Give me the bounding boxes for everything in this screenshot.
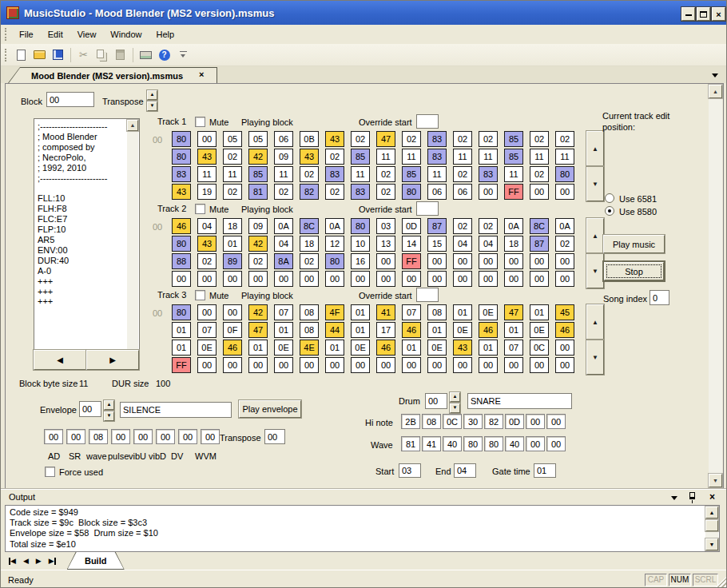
scrollbar-thumb[interactable] <box>705 520 718 531</box>
force-used-label[interactable]: Force used <box>59 467 103 477</box>
hex-cell[interactable]: 80 <box>402 184 421 200</box>
hex-cell[interactable]: 01 <box>351 322 370 338</box>
hex-cell[interactable]: 02 <box>376 184 395 200</box>
hex-cell[interactable]: 85 <box>248 166 268 182</box>
tab-list-dropdown-icon[interactable] <box>712 74 718 81</box>
open-button[interactable] <box>30 46 49 64</box>
hex-cell[interactable]: 8C <box>300 218 319 234</box>
hex-cell[interactable]: 00 <box>479 184 498 200</box>
hex-cell[interactable]: 43 <box>325 131 344 147</box>
hex-cell[interactable]: 87 <box>530 236 549 252</box>
value-field[interactable]: 00 <box>201 429 220 444</box>
minimize-button[interactable] <box>681 7 695 21</box>
hex-cell[interactable]: 00 <box>223 304 242 320</box>
hex-cell[interactable]: 08 <box>300 322 319 338</box>
hex-cell[interactable]: 87 <box>427 218 447 234</box>
hex-cell[interactable]: 46 <box>402 322 421 338</box>
value-field[interactable]: 00 <box>526 436 545 451</box>
hex-cell[interactable]: 00 <box>274 357 293 373</box>
hex-cell[interactable]: 89 <box>223 253 242 269</box>
hex-cell[interactable]: 08 <box>300 304 319 320</box>
hex-cell[interactable]: 00 <box>197 357 217 373</box>
hex-cell[interactable]: 00 <box>197 271 217 287</box>
hex-cell[interactable]: 0E <box>351 340 370 356</box>
hex-cell[interactable]: 80 <box>325 253 344 269</box>
hex-cell[interactable]: 0A <box>274 218 293 234</box>
hex-cell[interactable]: 05 <box>223 131 242 147</box>
next-tab-button[interactable]: ▶ <box>36 557 42 565</box>
new-document-button[interactable] <box>12 46 30 64</box>
hex-cell[interactable]: 17 <box>376 322 395 338</box>
scroll-up-icon[interactable]: ▲ <box>127 120 138 131</box>
value-field[interactable]: 41 <box>422 436 441 451</box>
menu-view[interactable]: View <box>70 27 104 42</box>
hex-cell[interactable]: 12 <box>325 236 344 252</box>
hex-cell[interactable]: 0E <box>453 322 472 338</box>
hex-cell[interactable]: 00 <box>555 184 574 200</box>
hex-cell[interactable]: 8C <box>530 218 549 234</box>
hex-cell[interactable]: 00 <box>376 357 395 373</box>
hex-cell[interactable]: 00 <box>479 271 498 287</box>
hex-cell[interactable]: 46 <box>376 340 395 356</box>
scroll-up-icon[interactable]: ▲ <box>709 85 722 98</box>
scroll-down-icon[interactable]: ▼ <box>586 166 604 201</box>
hex-cell[interactable]: 14 <box>402 236 421 252</box>
hex-cell[interactable]: 02 <box>300 166 319 182</box>
hex-cell[interactable]: 08 <box>427 304 447 320</box>
hex-cell[interactable]: 00 <box>504 357 523 373</box>
hex-cell[interactable]: 01 <box>248 340 268 356</box>
hex-cell[interactable]: 0E <box>427 340 447 356</box>
hex-cell[interactable]: 00 <box>504 253 523 269</box>
scroll-up-icon[interactable]: ▲ <box>586 218 604 253</box>
value-field[interactable]: 08 <box>89 429 108 444</box>
envelope-index-input[interactable] <box>79 401 101 417</box>
hex-cell[interactable]: 00 <box>376 253 395 269</box>
hex-cell[interactable]: 11 <box>402 149 421 165</box>
hex-cell[interactable]: 42 <box>248 149 268 165</box>
hex-cell[interactable]: 82 <box>300 184 319 200</box>
hex-cell[interactable]: 83 <box>427 131 447 147</box>
hex-cell[interactable]: 42 <box>248 304 268 320</box>
hex-cell[interactable]: 0F <box>223 322 242 338</box>
envelope-name-input[interactable] <box>120 402 232 418</box>
value-field[interactable]: 00 <box>44 429 63 444</box>
hex-cell[interactable]: 85 <box>402 166 421 182</box>
hex-cell[interactable]: 11 <box>351 166 370 182</box>
gate-time-input[interactable] <box>534 463 556 478</box>
hex-cell[interactable]: 0D <box>402 218 421 234</box>
hex-cell[interactable]: 00 <box>376 271 395 287</box>
hex-cell[interactable]: 11 <box>453 149 472 165</box>
value-field[interactable]: 00 <box>178 429 197 444</box>
tab-build[interactable]: Build <box>68 552 124 569</box>
scroll-down-icon[interactable]: ▼ <box>586 253 604 288</box>
hex-cell[interactable]: 07 <box>504 340 523 356</box>
hex-cell[interactable]: 02 <box>402 131 421 147</box>
value-field[interactable]: 80 <box>463 436 483 451</box>
hex-cell[interactable]: 00 <box>479 253 498 269</box>
value-field[interactable]: 00 <box>526 414 545 429</box>
save-button[interactable] <box>49 46 67 64</box>
hex-cell[interactable]: 06 <box>453 184 472 200</box>
scroll-down-icon[interactable]: ▼ <box>709 474 722 487</box>
last-tab-button[interactable]: ▶ <box>49 557 56 565</box>
hex-cell[interactable]: 0C <box>530 340 549 356</box>
hex-cell[interactable]: 18 <box>504 236 523 252</box>
hex-cell[interactable]: 80 <box>351 218 370 234</box>
hex-cell[interactable]: 00 <box>530 357 549 373</box>
hex-cell[interactable]: 11 <box>223 166 242 182</box>
hex-cell[interactable]: 44 <box>325 322 344 338</box>
spinner-up-button[interactable]: ▲ <box>147 90 157 100</box>
print-button[interactable] <box>137 46 155 64</box>
radio-use-6581-label[interactable]: Use 6581 <box>619 194 657 204</box>
output-body[interactable]: Code size = $949 Track size = $9c Block … <box>5 505 720 552</box>
scroll-down-icon[interactable]: ▼ <box>705 538 718 550</box>
hex-cell[interactable]: FF <box>402 253 421 269</box>
value-field[interactable]: 00 <box>546 436 566 451</box>
output-close-icon[interactable]: × <box>709 491 715 503</box>
hex-cell[interactable]: 00 <box>555 271 574 287</box>
value-field[interactable]: 82 <box>484 414 503 429</box>
hex-cell[interactable]: 02 <box>223 149 242 165</box>
hex-cell[interactable]: 0E <box>530 322 549 338</box>
toolbar-grip[interactable] <box>5 49 7 62</box>
scroll-down-icon[interactable]: ▼ <box>586 340 604 375</box>
